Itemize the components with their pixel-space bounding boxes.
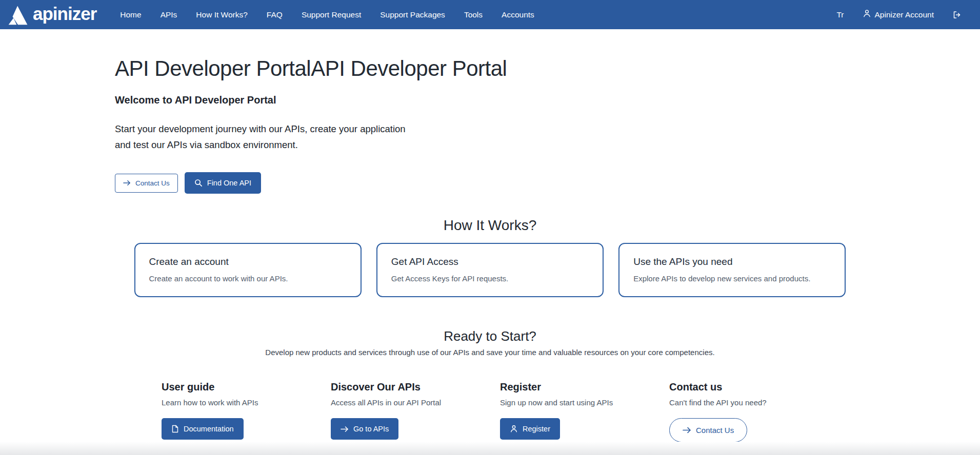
card-description: Explore APIs to develop new services and… xyxy=(633,274,831,283)
brand-logo[interactable]: apinizer xyxy=(7,4,96,26)
column-register: Register Sign up now and start using API… xyxy=(500,381,669,442)
person-icon xyxy=(510,425,518,433)
column-discover-apis: Discover Our APIs Access all APIs in our… xyxy=(331,381,500,442)
contact-us-button[interactable]: Contact Us xyxy=(115,174,178,193)
how-it-works-heading: How It Works? xyxy=(0,217,980,234)
documentation-button[interactable]: Documentation xyxy=(162,418,244,440)
card-create-account: Create an account Create an account to w… xyxy=(134,243,362,297)
account-label: Apinizer Account xyxy=(875,10,934,19)
person-icon xyxy=(863,9,871,20)
nav-item-home[interactable]: Home xyxy=(120,10,141,19)
navbar-right: Tr Apinizer Account xyxy=(836,9,962,20)
card-title: Get API Access xyxy=(391,256,589,268)
nav-item-faq[interactable]: FAQ xyxy=(267,10,283,19)
ready-to-start-section: Ready to Start? Develop new products and… xyxy=(0,328,980,442)
document-icon xyxy=(171,425,179,433)
nav-item-how-it-works[interactable]: How It Works? xyxy=(196,10,248,19)
card-get-api-access: Get API Access Get Access Keys for API r… xyxy=(376,243,604,297)
hero-welcome-heading: Welcome to API Developer Portal xyxy=(115,94,980,106)
register-button[interactable]: Register xyxy=(500,418,560,440)
hero-buttons: Contact Us Find One API xyxy=(115,172,980,194)
arrow-right-icon xyxy=(123,180,131,186)
hero-description-line1: Start your development journey with our … xyxy=(115,123,406,134)
contact-us-pill-label: Contact Us xyxy=(696,426,734,435)
how-it-works-section: How It Works? Create an account Create a… xyxy=(0,217,980,297)
hero-section: API Developer PortalAPI Developer Portal… xyxy=(0,29,980,194)
nav-item-accounts[interactable]: Accounts xyxy=(502,10,534,19)
hero-description: Start your development journey with our … xyxy=(115,121,980,153)
main-nav: Home APIs How It Works? FAQ Support Requ… xyxy=(120,10,534,19)
account-menu[interactable]: Apinizer Account xyxy=(863,9,934,20)
register-label: Register xyxy=(523,425,550,433)
column-title: Register xyxy=(500,381,669,393)
brand-name: apinizer xyxy=(33,5,96,25)
column-title: Discover Our APIs xyxy=(331,381,500,393)
column-description: Can't find the API you need? xyxy=(669,398,838,407)
ready-subheading: Develop new products and services throug… xyxy=(0,348,980,357)
nav-item-support-packages[interactable]: Support Packages xyxy=(380,10,445,19)
arrow-right-icon xyxy=(341,426,349,432)
documentation-label: Documentation xyxy=(184,425,234,433)
column-title: User guide xyxy=(162,381,331,393)
ready-columns: User guide Learn how to work with APIs D… xyxy=(162,381,980,442)
nav-item-tools[interactable]: Tools xyxy=(464,10,483,19)
hero-description-line2: and test our APIs via sandbox environmen… xyxy=(115,139,298,150)
column-description: Access all APIs in our API Portal xyxy=(331,398,500,407)
how-it-works-cards: Create an account Create an account to w… xyxy=(134,243,846,297)
nav-item-apis[interactable]: APIs xyxy=(161,10,177,19)
column-description: Learn how to work with APIs xyxy=(162,398,331,407)
top-navbar: apinizer Home APIs How It Works? FAQ Sup… xyxy=(0,0,980,29)
card-use-apis: Use the APIs you need Explore APIs to de… xyxy=(618,243,846,297)
find-one-api-label: Find One API xyxy=(207,179,251,187)
card-description: Create an account to work with our APIs. xyxy=(149,274,347,283)
card-title: Create an account xyxy=(149,256,347,268)
arrow-right-icon xyxy=(683,427,691,433)
page-title: API Developer PortalAPI Developer Portal xyxy=(115,57,980,80)
card-description: Get Access Keys for API requests. xyxy=(391,274,589,283)
go-to-apis-button[interactable]: Go to APIs xyxy=(331,418,398,440)
find-one-api-button[interactable]: Find One API xyxy=(185,172,261,194)
column-contact-us: Contact us Can't find the API you need? … xyxy=(669,381,838,442)
search-icon xyxy=(194,179,203,187)
column-user-guide: User guide Learn how to work with APIs D… xyxy=(162,381,331,442)
contact-us-label: Contact Us xyxy=(135,179,170,187)
card-title: Use the APIs you need xyxy=(633,256,831,268)
logout-icon[interactable] xyxy=(952,10,962,19)
go-to-apis-label: Go to APIs xyxy=(353,425,389,433)
column-title: Contact us xyxy=(669,381,838,393)
column-description: Sign up now and start using APIs xyxy=(500,398,669,407)
contact-us-pill-button[interactable]: Contact Us xyxy=(669,418,747,442)
bottom-edge-fade xyxy=(0,442,980,455)
nav-item-support-request[interactable]: Support Request xyxy=(302,10,361,19)
language-toggle[interactable]: Tr xyxy=(836,10,844,19)
ready-heading: Ready to Start? xyxy=(0,328,980,344)
apinizer-logo-icon xyxy=(7,4,29,26)
